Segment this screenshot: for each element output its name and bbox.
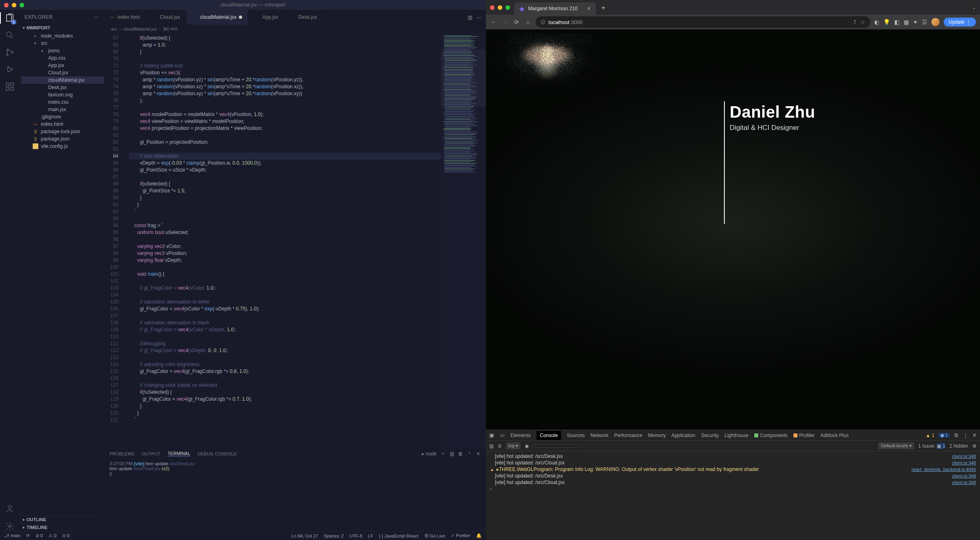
more-actions-icon[interactable]: ⋯ <box>477 14 482 20</box>
tree-item[interactable]: jsons <box>21 47 104 54</box>
browser-traffic-lights[interactable] <box>490 5 510 10</box>
breadcrumb-item[interactable]: src <box>111 27 117 31</box>
tree-item[interactable]: package-lock.json <box>21 128 104 135</box>
maximize-panel-icon[interactable]: ＾ <box>467 450 472 457</box>
tree-item[interactable]: Cloud.jsx <box>21 69 104 76</box>
url-bar[interactable]: ⓘ localhost:3000 ⤴ ☆ <box>536 16 870 28</box>
panel-tab[interactable]: DEBUG CONSOLE <box>198 451 237 456</box>
console-warn-badge[interactable]: ▲ 1 <box>926 433 935 438</box>
panel-tab[interactable]: TERMINAL <box>167 451 190 456</box>
toggle-sidebar-icon[interactable]: ▥ <box>489 443 494 449</box>
browser-maximize[interactable] <box>506 5 510 10</box>
split-terminal-icon[interactable]: ▥ <box>450 451 454 457</box>
tree-item[interactable]: vite.config.js <box>21 143 104 150</box>
tabs-dropdown-icon[interactable]: ⌄ <box>972 5 976 10</box>
outline-section[interactable]: ▸OUTLINE <box>20 515 104 523</box>
ext-icon[interactable]: ◐ <box>874 19 879 25</box>
devtools-tab[interactable]: Adblock Plus <box>820 433 849 438</box>
git-branch[interactable]: ⎇ main <box>4 533 20 538</box>
console-row[interactable]: [vite] hot updated: /src/Desk.jsxclient.… <box>490 473 976 479</box>
bookmark-icon[interactable]: ☆ <box>860 19 865 25</box>
devtools-tab[interactable]: Network <box>590 433 608 438</box>
devtools-close-icon[interactable]: ✕ <box>972 432 977 438</box>
tree-item[interactable]: index.html <box>21 120 104 128</box>
console-filter[interactable] <box>533 445 582 447</box>
maximize-window[interactable] <box>20 3 24 7</box>
devtools-tab[interactable]: Sources <box>567 433 585 438</box>
editor-tab[interactable]: Cloud.jsx <box>146 10 186 25</box>
shell-picker[interactable]: ▸ node <box>422 451 437 457</box>
extensions-icon[interactable] <box>5 82 15 91</box>
forward-icon[interactable]: → <box>501 19 509 25</box>
tree-item[interactable]: main.jsx <box>21 106 104 113</box>
close-panel-icon[interactable]: ✕ <box>476 451 480 457</box>
panel-tab[interactable]: PROBLEMS <box>109 451 134 456</box>
kill-terminal-icon[interactable]: 🗑 <box>458 451 463 457</box>
language-mode[interactable]: { } JavaScript React <box>379 533 419 538</box>
sync-icon[interactable]: ⟳ <box>26 533 30 538</box>
ports-count[interactable]: ⊙ 0 <box>62 533 69 538</box>
share-icon[interactable]: ⤴ <box>853 19 856 25</box>
tree-item[interactable]: src <box>21 40 104 47</box>
cursor-position[interactable]: Ln 84, Col 27 <box>292 533 318 538</box>
editor-tab[interactable]: Desk.jsx <box>285 10 323 25</box>
browser-close[interactable] <box>490 5 494 10</box>
ext-icon[interactable]: ▦ <box>904 19 909 25</box>
traffic-lights[interactable] <box>4 3 24 7</box>
tree-item[interactable]: favicon.svg <box>21 91 104 98</box>
errors-count[interactable]: ⊘ 0 <box>36 533 43 538</box>
devtools-tab[interactable]: Application <box>671 433 695 438</box>
devtools-tab[interactable]: Profiler <box>793 433 815 438</box>
context-selector[interactable]: top ▾ <box>506 442 521 449</box>
tree-item[interactable]: index.css <box>21 98 104 106</box>
timeline-section[interactable]: ▸TIMELINE <box>20 523 104 531</box>
site-info-icon[interactable]: ⓘ <box>541 19 545 25</box>
explorer-icon[interactable]: 1 <box>5 13 15 23</box>
encoding-status[interactable]: UTF-8 <box>350 533 362 538</box>
browser-tab[interactable]: Margaret Morrison 210 ✕ <box>514 2 596 15</box>
devtools-tab[interactable]: Console <box>537 431 561 440</box>
source-link[interactable]: client.ts:348 <box>952 480 976 485</box>
avatar[interactable] <box>931 18 940 26</box>
devtools-tab[interactable]: Elements <box>510 433 531 438</box>
console-row[interactable]: [vite] hot updated: /src/Cloud.jsxclient… <box>490 479 976 486</box>
editor-tab[interactable]: App.jsx <box>248 10 284 25</box>
new-tab-icon[interactable]: ＋ <box>600 3 607 12</box>
search-icon[interactable] <box>5 30 15 40</box>
issues-link[interactable]: 1 Issue: ▣ 1 <box>918 443 945 449</box>
breadcrumbs[interactable]: src›cloudMaterial.jsx›[ɵ] vert <box>104 25 486 33</box>
tree-item[interactable]: Desk.jsx <box>21 84 104 91</box>
prettier-status[interactable]: ✓ Prettier <box>451 533 470 538</box>
browser-minimize[interactable] <box>498 5 502 10</box>
sidebar-more-icon[interactable]: ⋯ <box>94 14 99 20</box>
code-editor[interactable]: 6768697071727374757677787980818283848586… <box>104 33 441 447</box>
ext-icon[interactable]: 💡 <box>883 19 890 25</box>
back-icon[interactable]: ← <box>490 19 497 25</box>
point-cloud-canvas[interactable] <box>486 29 608 91</box>
go-live[interactable]: ⦿ Go Live <box>424 533 445 538</box>
devtools-tab[interactable]: Components <box>754 433 788 438</box>
console-row[interactable]: [vite] hot updated: /src/Desk.jsxclient.… <box>490 453 976 460</box>
terminal-output[interactable]: 3:27:03 PM [vite] hmr update /src/Desk.j… <box>104 460 486 531</box>
console-output[interactable]: [vite] hot updated: /src/Desk.jsxclient.… <box>486 451 980 540</box>
devtools-settings-icon[interactable]: ⚙ <box>954 432 959 438</box>
settings-gear-icon[interactable] <box>5 521 15 531</box>
update-button[interactable]: Update ⋮ <box>944 18 976 27</box>
source-link[interactable]: client.ts:348 <box>952 460 976 465</box>
console-settings-icon[interactable]: ⚙ <box>972 443 977 449</box>
devtools-tab[interactable]: Security <box>701 433 719 438</box>
tab-close-icon[interactable]: ✕ <box>587 6 591 11</box>
minimap[interactable] <box>441 33 486 447</box>
hidden-count[interactable]: 2 hidden <box>949 443 968 449</box>
breadcrumb-item[interactable]: cloudMaterial.jsx <box>123 27 157 31</box>
warnings-count[interactable]: ⚠ 0 <box>49 533 56 538</box>
reading-list-icon[interactable]: ☰ <box>922 19 927 25</box>
device-toggle-icon[interactable]: ▭ <box>500 432 505 438</box>
source-link[interactable]: client.ts:348 <box>952 473 976 478</box>
page-viewport[interactable]: Daniel Zhu Digital & HCI Designer <box>486 29 980 430</box>
notifications-icon[interactable]: 🔔 <box>476 533 482 538</box>
tree-item[interactable]: cloudMaterial.jsx <box>21 76 104 84</box>
split-editor-icon[interactable]: ▥ <box>468 14 472 20</box>
console-row[interactable]: ▸THREE.WebGLProgram: Program Info Log: W… <box>490 466 976 473</box>
devtools-tab[interactable]: Memory <box>648 433 666 438</box>
